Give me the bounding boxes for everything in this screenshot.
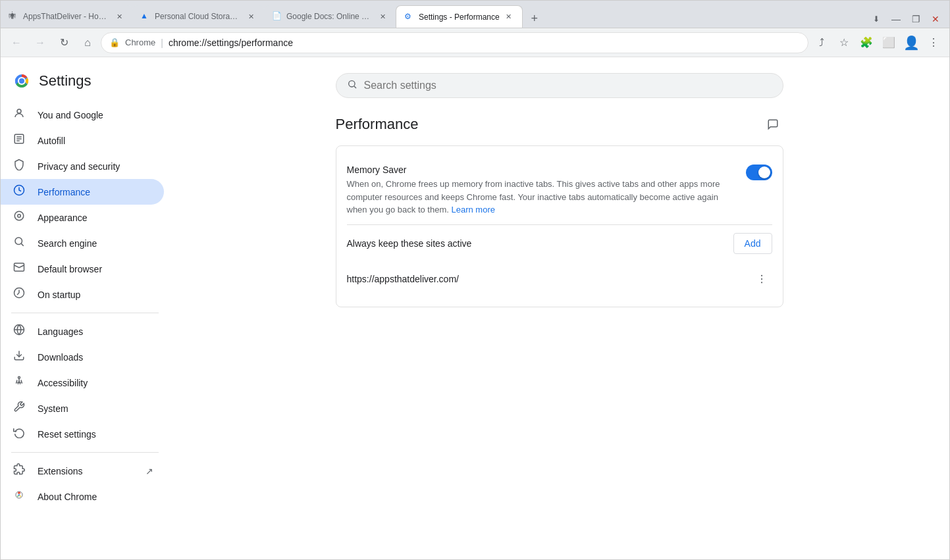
autofill-icon [11,133,27,148]
window-close-button[interactable]: ✕ [927,11,944,28]
toolbar: ← → ↻ ⌂ 🔒 Chrome | chrome://settings/per… [1,28,949,57]
sidebar-label-about-chrome: About Chrome [38,492,97,502]
sidebar-separator-2 [11,452,159,453]
search-icon [347,79,357,92]
tab-4-close[interactable]: ✕ [504,12,514,22]
back-button[interactable]: ← [6,32,27,53]
reload-button[interactable]: ↻ [53,32,74,53]
sidebar-label-downloads: Downloads [38,352,83,363]
sidebar-label-autofill: Autofill [38,136,65,146]
toggle-knob [758,166,770,178]
sidebar-item-privacy-security[interactable]: Privacy and security [1,153,164,179]
sidebar-item-appearance[interactable]: Appearance [1,205,164,230]
profile-avatar[interactable]: 👤 [901,32,922,53]
sidebar-label-languages: Languages [38,326,83,337]
settings-title: Settings [39,72,92,89]
sidebar-item-search-engine[interactable]: Search engine [1,230,164,256]
performance-icon [11,184,27,199]
maximize-button[interactable]: ❐ [907,11,924,28]
reset-icon [11,426,27,442]
sidebar-label-performance: Performance [38,187,90,197]
learn-more-link[interactable]: Learn more [451,205,494,215]
share-icon[interactable]: ⤴ [811,32,832,53]
external-link-icon: ↗ [145,466,153,476]
svg-point-20 [18,376,20,378]
memory-saver-desc-text: When on, Chrome frees up memory from ina… [347,179,720,215]
feedback-icon[interactable] [762,114,783,135]
svg-point-29 [760,282,762,283]
page-title: Performance [336,116,419,133]
memory-saver-info: Memory Saver When on, Chrome frees up me… [347,165,746,216]
memory-saver-title: Memory Saver [347,165,735,175]
site-item: https://appsthatdeliver.com/ [347,262,772,296]
tab-2-close[interactable]: ✕ [246,11,256,22]
toolbar-right: ⤴ ☆ 🧩 ⬜ 👤 ⋮ [811,32,944,53]
address-bar[interactable]: 🔒 Chrome | chrome://settings/performance [101,32,808,53]
separator: | [161,38,163,48]
svg-line-16 [17,293,19,295]
sidebar-label-extensions: Extensions [38,466,82,476]
lock-icon: 🔒 [109,38,120,47]
memory-saver-toggle[interactable] [746,165,772,180]
svg-line-12 [21,243,23,245]
new-tab-button[interactable]: + [525,9,544,28]
default-browser-icon [11,261,27,276]
person-icon [11,107,27,122]
forward-button[interactable]: → [30,32,51,53]
tab-2-favicon: ▲ [140,11,151,22]
content-area: Performance Memory Saver When on, Chrome… [169,57,949,559]
sidebar-item-system[interactable]: System [1,395,164,421]
tab-4-favicon: ⚙ [404,12,415,22]
always-active-sites-row: Always keep these sites active Add [347,225,772,262]
section-header: Performance [336,114,783,135]
tab-1[interactable]: 🕷 AppsThatDeliver - How-Tos, B2B ✕ [1,5,132,28]
appearance-icon [11,210,27,225]
search-bar[interactable] [336,73,783,98]
tab-3[interactable]: 📄 Google Docs: Online Document... ✕ [264,5,396,28]
add-site-button[interactable]: Add [733,233,772,254]
sidebar-label-default-browser: Default browser [38,264,102,274]
tab-3-title: Google Docs: Online Document... [286,12,373,21]
sidebar-item-extensions[interactable]: Extensions ↗ [1,458,164,484]
tab-3-favicon: 📄 [272,11,282,22]
settings-header: Settings [1,63,169,102]
system-icon [11,401,27,416]
tab-bar: 🕷 AppsThatDeliver - How-Tos, B2B ✕ ▲ Per… [1,1,949,28]
svg-point-3 [17,109,21,113]
sidebar-label-reset: Reset settings [38,429,96,440]
svg-point-10 [18,215,21,218]
accessibility-icon [11,375,27,390]
sidebar-item-accessibility[interactable]: Accessibility [1,370,164,395]
sidebar-item-you-google[interactable]: You and Google [1,102,164,128]
svg-point-27 [760,274,762,276]
search-input[interactable] [364,80,772,91]
tab-1-title: AppsThatDeliver - How-Tos, B2B [23,12,110,21]
tab-list-button[interactable]: ⬇ [868,11,885,28]
browser-frame: 🕷 AppsThatDeliver - How-Tos, B2B ✕ ▲ Per… [0,0,950,560]
home-button[interactable]: ⌂ [77,32,98,53]
always-active-sites-title: Always keep these sites active [347,238,472,249]
bookmark-icon[interactable]: ☆ [833,32,855,53]
sidebar-item-autofill[interactable]: Autofill [1,128,164,153]
menu-icon[interactable]: ⋮ [923,32,944,53]
sidebar-item-languages[interactable]: Languages [1,318,164,344]
extensions-icon[interactable]: 🧩 [856,32,877,53]
tab-1-close[interactable]: ✕ [114,11,124,22]
svg-point-25 [348,81,354,87]
sidebar-item-default-browser[interactable]: Default browser [1,256,164,282]
tab-4[interactable]: ⚙ Settings - Performance ✕ [396,5,523,28]
sidebar-item-about-chrome[interactable]: About Chrome [1,484,164,509]
about-chrome-icon [11,489,27,504]
tab-3-close[interactable]: ✕ [377,11,388,22]
minimize-button[interactable]: — [887,11,905,28]
sidebar-item-downloads[interactable]: Downloads [1,344,164,370]
tab-4-title: Settings - Performance [419,13,500,22]
site-more-button[interactable] [751,268,772,290]
tab-1-favicon: 🕷 [9,11,19,22]
sidebar-item-reset-settings[interactable]: Reset settings [1,421,164,447]
tab-bar-controls: ⬇ — ❐ ✕ [868,11,949,28]
tab-2[interactable]: ▲ Personal Cloud Storage & File Sh... ✕ [132,5,264,28]
sidebar-item-on-startup[interactable]: On startup [1,282,164,307]
sidebar-item-performance[interactable]: Performance [1,179,164,205]
split-view-icon[interactable]: ⬜ [878,32,899,53]
